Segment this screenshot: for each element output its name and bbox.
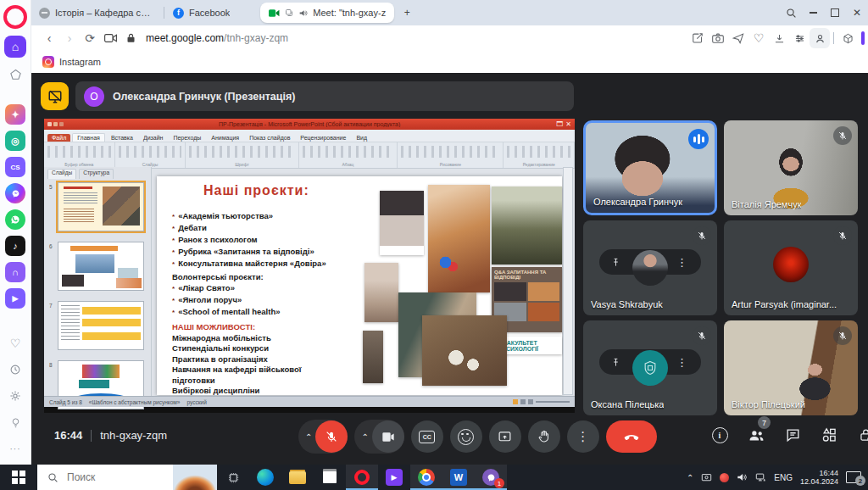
shared-screen[interactable]: ПР-Презентація - Microsoft PowerPoint (С… [44, 119, 575, 413]
volume-icon[interactable] [737, 472, 748, 482]
presentation-off-button[interactable] [41, 82, 69, 110]
ribbon-tab-file[interactable]: Файл [47, 134, 70, 142]
pentagon-icon[interactable] [5, 64, 25, 85]
profile-icon[interactable] [810, 28, 830, 48]
messenger-icon[interactable] [5, 183, 25, 203]
tray-opera-icon[interactable] [720, 473, 729, 482]
ribbon-tab-animations[interactable]: Анимация [207, 134, 243, 142]
activities-button[interactable] [818, 424, 840, 446]
search-input[interactable] [65, 471, 170, 484]
tab-facebook[interactable]: f Facebook [164, 0, 238, 25]
microsoft-store-icon[interactable] [314, 465, 346, 490]
tray-clock[interactable]: 16:4412.04.2024 [800, 469, 838, 486]
participant-tile-artur[interactable]: Artur Parsyak (imaginar... [724, 220, 858, 315]
share-edit-icon[interactable] [687, 28, 708, 48]
host-controls-button[interactable] [854, 424, 868, 446]
more-options-button[interactable]: ⋮ [567, 420, 599, 453]
start-button[interactable] [0, 465, 37, 490]
search-highlight-image[interactable] [173, 465, 217, 490]
zoom-slider[interactable] [536, 401, 570, 403]
word-icon[interactable]: W [442, 465, 475, 490]
slide-scrollbar[interactable] [563, 167, 573, 395]
settings-gear-icon[interactable] [5, 386, 25, 406]
sidebar-toggle-pill[interactable] [861, 31, 865, 45]
ribbon-tab-insert[interactable]: Вставка [107, 134, 137, 142]
end-call-button[interactable] [606, 420, 657, 453]
extensions-cube-icon[interactable] [837, 28, 858, 48]
back-button[interactable]: ‹ [39, 31, 59, 45]
participant-tile-oksana[interactable]: ⋮ Оксана Пілецька [583, 320, 717, 415]
present-button[interactable] [489, 420, 521, 453]
cs-app-icon[interactable]: CS [5, 157, 25, 177]
people-button[interactable]: 7 [745, 424, 767, 446]
tile-more-options-icon[interactable]: ⋮ [676, 256, 687, 269]
participant-tile-viktor[interactable]: Віктор Пілецький [724, 320, 858, 415]
captions-button[interactable]: CC [411, 420, 443, 453]
viber-icon[interactable]: 1 [475, 465, 507, 490]
info-button[interactable]: i [709, 424, 731, 446]
minimize-button[interactable] [802, 0, 824, 25]
opera-taskbar-icon[interactable] [346, 465, 378, 490]
movies-tv-icon[interactable]: ▶ [378, 465, 410, 490]
address-url[interactable]: meet.google.com/tnh-gxay-zqm [146, 32, 288, 44]
ribbon-tab-slideshow[interactable]: Показ слайдов [245, 134, 294, 142]
view-sorter-icon[interactable] [520, 399, 526, 404]
ribbon-tab-design[interactable]: Дизайн [139, 134, 168, 142]
notification-center-icon[interactable]: 2 [846, 471, 861, 483]
slide-thumbnail-6[interactable]: 6 [58, 242, 144, 291]
reload-button[interactable]: ⟳ [80, 31, 100, 45]
easy-setup-icon[interactable] [789, 28, 810, 48]
tiktok-icon[interactable]: ♪ [5, 236, 25, 256]
edge-icon[interactable] [249, 465, 281, 490]
taskbar-search[interactable] [37, 465, 217, 490]
panel-tab-slides[interactable]: Слайды [47, 169, 76, 179]
ribbon-tab-review[interactable]: Рецензирование [296, 134, 350, 142]
ribbon-tab-view[interactable]: Вид [352, 134, 371, 142]
mic-options-chevron[interactable]: ⌃ [305, 432, 312, 442]
participant-tile-vasya[interactable]: ⋮ Vasya Shkrabyuk [583, 220, 717, 315]
presenter-banner[interactable]: O Олександра Гринчук (Презентація) [75, 81, 574, 111]
bookmarks-heart-icon[interactable]: ♡ [5, 333, 25, 354]
whatsapp-icon[interactable] [5, 209, 25, 230]
view-normal-icon[interactable] [513, 399, 518, 404]
file-explorer-icon[interactable] [281, 465, 314, 490]
camera-button[interactable] [372, 420, 404, 453]
restore-button[interactable] [824, 0, 846, 25]
lock-icon[interactable] [120, 28, 141, 48]
green-app-icon[interactable]: ◎ [5, 131, 25, 151]
tile-more-options-icon[interactable]: ⋮ [676, 356, 687, 369]
participant-tile-oleksandra[interactable]: Олександра Гринчук [583, 120, 717, 215]
new-tab-button[interactable]: + [394, 0, 420, 25]
close-button[interactable]: ✕ [846, 0, 868, 25]
slide-thumbnail-5[interactable]: 5 [58, 182, 144, 231]
camera-tab-icon[interactable] [100, 28, 120, 48]
task-view-button[interactable] [217, 465, 249, 490]
chat-button[interactable] [782, 424, 804, 446]
participant-tile-vitaliia[interactable]: Віталія Яремчук [724, 120, 858, 215]
network-icon[interactable] [755, 472, 766, 482]
history-clock-icon[interactable] [5, 359, 25, 380]
player-app-icon[interactable]: ∩ [5, 262, 25, 282]
bookmark-instagram[interactable]: Instagram [59, 57, 101, 67]
tips-bulb-icon[interactable] [5, 412, 25, 432]
opera-logo-icon[interactable] [3, 5, 27, 29]
raise-hand-button[interactable] [528, 420, 560, 453]
send-to-device-icon[interactable] [728, 28, 748, 48]
pin-icon[interactable] [611, 258, 620, 267]
snapshot-camera-icon[interactable] [708, 28, 728, 48]
chrome-icon[interactable] [410, 465, 442, 490]
camera-options-chevron[interactable]: ⌃ [361, 432, 368, 442]
panel-tab-outline[interactable]: Структура [79, 169, 114, 179]
more-options-icon[interactable]: ··· [5, 438, 25, 459]
reactions-button[interactable] [450, 420, 482, 453]
view-show-icon[interactable] [528, 399, 533, 404]
tab-history-site[interactable]: Історія – Кафедра соціал [31, 0, 164, 25]
ribbon-tab-home[interactable]: Главная [72, 133, 105, 142]
favorites-heart-icon[interactable]: ♡ [748, 28, 769, 48]
tab-meet-active[interactable]: Meet: "tnh-gxay-z [260, 3, 394, 23]
tray-window-icon[interactable] [701, 473, 712, 482]
mic-mute-button[interactable] [315, 420, 348, 453]
play-app-icon[interactable]: ▶ [5, 288, 25, 309]
pin-icon[interactable] [611, 358, 620, 367]
forward-button[interactable]: › [59, 31, 80, 45]
